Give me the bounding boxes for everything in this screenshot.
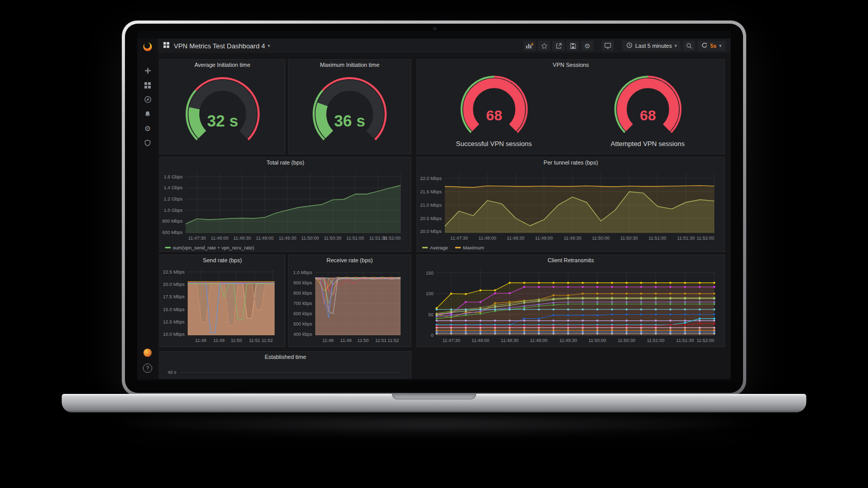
svg-text:1.4 Gbps: 1.4 Gbps <box>164 185 183 190</box>
svg-text:21.0 Mbps: 21.0 Mbps <box>420 203 442 208</box>
panel-client-retransmits: Client Retransmits 15010050011:47:3011:4… <box>417 255 725 347</box>
dashboards-icon[interactable] <box>143 81 152 89</box>
gauge-successful-sessions[interactable]: 68 <box>446 72 542 142</box>
svg-text:11:47:30: 11:47:30 <box>450 236 468 241</box>
svg-text:11:48:00: 11:48:00 <box>211 236 228 241</box>
svg-text:11:48: 11:48 <box>322 338 334 343</box>
laptop-screen: ⚙ ? VPN Metrics T <box>137 31 731 381</box>
svg-text:600 Mbps: 600 Mbps <box>162 230 183 235</box>
svg-text:11:50:00: 11:50:00 <box>589 338 606 343</box>
alerting-bell-icon[interactable] <box>143 110 152 118</box>
panel-title[interactable]: Total rate (bps) <box>160 157 411 168</box>
panel-average-initiation-time: Average Initiation time 32 s <box>159 59 285 154</box>
share-button[interactable] <box>552 41 565 51</box>
gauge-average-initiation[interactable]: 32 s <box>170 73 276 150</box>
panel-title[interactable]: Per tunnel rates (bps) <box>417 157 725 168</box>
star-button[interactable] <box>538 41 550 51</box>
panel-title[interactable]: Established time <box>160 352 411 362</box>
server-admin-shield-icon[interactable] <box>143 138 152 147</box>
dashboard-settings-button[interactable]: ⚙ <box>581 41 593 51</box>
svg-text:11:50:00: 11:50:00 <box>301 236 319 241</box>
explore-compass-icon[interactable] <box>143 95 152 104</box>
save-button[interactable] <box>567 41 579 51</box>
title-caret-icon[interactable]: ▾ <box>268 43 270 48</box>
svg-text:11:52:00: 11:52:00 <box>383 236 401 241</box>
svg-text:800 Mbps: 800 Mbps <box>162 219 183 224</box>
legend-item[interactable]: Maximum <box>455 245 484 250</box>
chart-receive-rate[interactable]: 1.0 Mbps900 kbps800 kbps700 kbps600 kbps… <box>291 265 409 346</box>
svg-text:11:51:30: 11:51:30 <box>677 236 695 241</box>
svg-text:11:48: 11:48 <box>195 338 206 343</box>
zoom-out-button[interactable] <box>683 41 695 51</box>
svg-text:11:48:00: 11:48:00 <box>472 338 489 343</box>
svg-text:700 kbps: 700 kbps <box>293 301 312 306</box>
panel-title[interactable]: VPN Sessions <box>417 60 725 70</box>
chart-legend[interactable]: sum(vpn_send_rate + vpn_recv_rate) <box>165 244 254 251</box>
svg-text:40 s: 40 s <box>168 370 177 375</box>
svg-text:11:47:30: 11:47:30 <box>188 236 206 241</box>
chart-client-retransmits[interactable]: 15010050011:47:3011:48:0011:48:3011:49:0… <box>419 265 722 346</box>
time-range-picker[interactable]: Last 5 minutes ▾ <box>622 41 681 51</box>
panel-title[interactable]: Average Initiation time <box>160 60 285 70</box>
add-panel-button[interactable] <box>523 41 536 51</box>
svg-text:100: 100 <box>426 291 433 296</box>
laptop-shadow <box>98 410 771 434</box>
svg-text:11:51:00: 11:51:00 <box>648 236 666 241</box>
panel-send-rate: Send rate (bps) 22.5 Mbps20.0 Mbps17.5 M… <box>159 255 285 347</box>
svg-text:68: 68 <box>486 107 502 123</box>
svg-text:11:49: 11:49 <box>213 338 225 343</box>
svg-text:20.5 Mbps: 20.5 Mbps <box>420 216 442 221</box>
svg-text:11:51:00: 11:51:00 <box>347 236 364 241</box>
svg-text:150: 150 <box>426 270 433 276</box>
svg-text:32 s: 32 s <box>207 112 238 130</box>
tv-kiosk-button[interactable] <box>602 41 614 51</box>
svg-text:11:51: 11:51 <box>375 338 387 343</box>
create-plus-icon[interactable] <box>143 66 152 75</box>
navbar-actions: ⚙ Last 5 minutes ▾ <box>523 41 726 51</box>
chart-send-rate[interactable]: 22.5 Mbps20.0 Mbps17.5 Mbps15.0 Mbps12.5… <box>162 265 283 346</box>
svg-text:17.5 Mbps: 17.5 Mbps <box>163 294 185 299</box>
svg-text:11:48:30: 11:48:30 <box>501 338 518 343</box>
svg-text:12.5 Mbps: 12.5 Mbps <box>163 319 185 324</box>
help-icon[interactable]: ? <box>143 364 152 373</box>
gauge-label: Successful VPN sessions <box>456 140 532 148</box>
clock-icon <box>626 42 632 49</box>
panel-title[interactable]: Send rate (bps) <box>160 255 285 265</box>
svg-text:11:49:30: 11:49:30 <box>559 338 577 343</box>
panel-title[interactable]: Receive rate (bps) <box>288 255 411 265</box>
svg-text:11:49:00: 11:49:00 <box>256 236 274 241</box>
refresh-picker[interactable]: 5s ▾ <box>697 41 726 51</box>
panel-title[interactable]: Client Retransmits <box>417 255 725 265</box>
user-avatar[interactable] <box>143 349 152 357</box>
svg-text:1.0 Gbps: 1.0 Gbps <box>164 208 183 213</box>
svg-text:1.6 Gbps: 1.6 Gbps <box>164 174 183 179</box>
panel-maximum-initiation-time: Maximum Initiation time 36 s <box>288 59 411 154</box>
svg-text:10.0 Mbps: 10.0 Mbps <box>163 332 185 337</box>
svg-text:50: 50 <box>428 312 433 317</box>
svg-text:11:50: 11:50 <box>231 338 242 343</box>
grafana-logo-icon[interactable] <box>142 42 153 54</box>
refresh-interval-label: 5s <box>710 43 716 49</box>
time-range-label: Last 5 minutes <box>635 43 672 49</box>
chart-total-rate[interactable]: 1.6 Gbps1.4 Gbps1.2 Gbps1.0 Gbps800 Mbps… <box>162 168 409 243</box>
laptop-base <box>62 394 806 412</box>
svg-text:11:50:00: 11:50:00 <box>592 236 609 241</box>
panel-per-tunnel-rates: Per tunnel rates (bps) 22.0 Mbps21.5 Mbp… <box>417 157 725 252</box>
sidebar-bottom: ? <box>143 349 152 379</box>
gauge-maximum-initiation[interactable]: 36 s <box>297 73 403 150</box>
legend-item[interactable]: Average <box>422 245 448 250</box>
dashboard-grid-icon[interactable] <box>163 41 170 50</box>
svg-text:11:52: 11:52 <box>388 338 399 343</box>
configuration-gear-icon[interactable]: ⚙ <box>143 124 152 133</box>
svg-text:11:47:30: 11:47:30 <box>442 338 460 343</box>
panel-title[interactable]: Maximum Initiation time <box>288 60 411 70</box>
chart-legend[interactable]: AverageMaximum <box>422 244 484 251</box>
chart-per-tunnel-rates[interactable]: 22.0 Mbps21.5 Mbps21.0 Mbps20.5 Mbps20.0… <box>419 168 722 243</box>
svg-text:11:49:00: 11:49:00 <box>535 236 553 241</box>
legend-item[interactable]: sum(vpn_send_rate + vpn_recv_rate) <box>165 245 254 250</box>
gauge-attempted-sessions[interactable]: 68 <box>600 72 696 142</box>
dashboard-title[interactable]: VPN Metrics Test Dashboard 4 <box>174 42 265 50</box>
chart-established-time[interactable]: 40 s <box>162 362 409 379</box>
svg-text:11:52:00: 11:52:00 <box>697 236 714 241</box>
gauge-label: Attempted VPN sessions <box>611 140 685 148</box>
